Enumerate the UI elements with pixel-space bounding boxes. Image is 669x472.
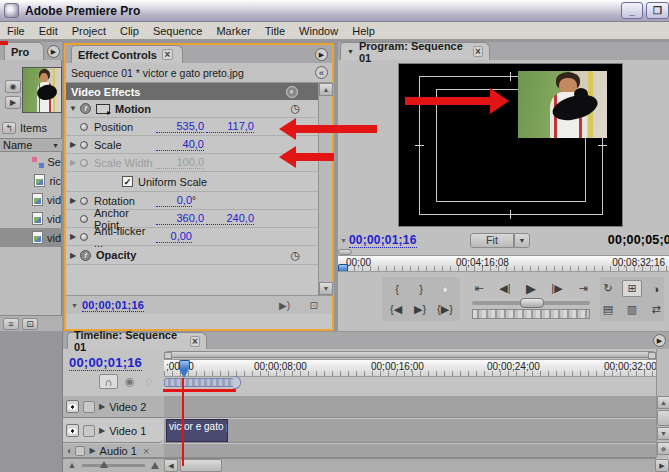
uniform-scale-checkbox[interactable]: ✓ [122,176,133,187]
anti-flicker-value[interactable]: 0,00 [156,230,192,243]
anchor-x-value[interactable]: 360,0 [156,212,204,225]
play-in-to-out-button[interactable]: {▶} [434,301,456,318]
play-audio-icon[interactable]: ▶) [279,300,290,311]
expand-closed-icon[interactable]: ▶ [66,140,80,149]
toggle-effects-icon[interactable]: ⊡ [310,300,318,311]
menu-clip[interactable]: Clip [113,22,146,40]
close-icon[interactable]: × [162,49,173,60]
effect-controls-timecode[interactable]: 00;00;01;16 [82,299,144,312]
work-area-bar[interactable] [164,378,236,387]
effect-toggle-icon[interactable]: f [80,103,91,114]
stopwatch-icon[interactable]: ◷ [290,249,300,262]
tab-program[interactable]: ▼ Program: Sequence 01 × [340,42,490,60]
lift-button[interactable]: ▤ [598,301,618,318]
stopwatch-icon[interactable]: ◷ [290,102,300,115]
set-unnumbered-marker-button[interactable]: ♦ [146,375,152,387]
show-hide-effects-icon[interactable]: « [315,66,328,79]
effect-controls-scrollbar[interactable]: ▲ ▼ [318,83,332,295]
minimize-button[interactable]: _ [621,2,643,19]
keyframe-display-icon[interactable]: × [143,445,149,457]
tab-timeline[interactable]: Timeline: Sequence 01 × [67,332,207,349]
project-row-clip[interactable]: ric [0,171,62,190]
keyframe-toggle-icon[interactable] [80,197,88,205]
effect-row-opacity[interactable]: ▶ f Opacity ◷ [66,246,318,265]
timeline-clip-victor-e-gato[interactable]: victor e gato p [166,419,228,442]
step-back-button[interactable]: ◀| [495,280,515,297]
set-encore-chapter-marker-button[interactable]: ◉ [125,375,135,388]
effect-controls-panel-menu-icon[interactable]: ▶ [315,48,328,61]
video2-track-area[interactable] [164,396,656,418]
audio1-track-header[interactable]: ◖ ▶ Audio 1 × [63,444,164,458]
track-height-toggle-icon[interactable]: ◆ [657,442,669,455]
preview-play-button[interactable]: ▶ [5,96,21,109]
timeline-playhead[interactable] [179,360,190,369]
keyframe-toggle-icon[interactable] [80,141,88,149]
speaker-icon[interactable]: ◖ [66,446,71,456]
close-icon[interactable]: × [190,336,200,347]
menu-edit[interactable]: Edit [32,22,65,40]
h-scrollbar-thumb[interactable] [180,459,222,472]
track-lock-box[interactable] [83,425,95,437]
keyframe-toggle-icon[interactable] [80,123,88,131]
expand-track-icon[interactable]: ▶ [89,446,95,455]
export-frame-button[interactable]: ⇄ [646,301,666,318]
menu-window[interactable]: Window [292,22,345,40]
position-y-value[interactable]: 117,0 [206,120,254,133]
menu-help[interactable]: Help [345,22,382,40]
tab-effect-controls[interactable]: Effect Controls × [71,45,183,63]
play-button[interactable]: ▶ [521,280,541,297]
menu-title[interactable]: Title [258,22,292,40]
scroll-up-icon[interactable]: ▲ [319,83,333,96]
expand-track-icon[interactable]: ▶ [99,402,105,411]
scale-value[interactable]: 40,0 [156,138,204,151]
track-lock-box[interactable] [75,446,85,456]
goto-out-point-button[interactable]: ▶} [410,301,430,318]
jog-wheel[interactable] [472,309,590,319]
icon-view-button[interactable]: ⊡ [22,318,38,330]
program-video-area[interactable] [398,63,623,227]
zoom-level-select[interactable]: Fit [470,233,514,248]
timeline-ruler[interactable]: ;00;00 00;00;08;00 00;00;16;00 00;00;24;… [164,359,656,377]
collapse-section-icon[interactable]: « [286,86,298,98]
project-panel-menu-icon[interactable]: ▶ [47,45,60,58]
keyframe-toggle-icon[interactable] [80,215,88,223]
toggle-track-output-icon[interactable] [66,424,79,437]
timeline-zoom-slider[interactable] [82,464,145,467]
snap-toggle-button[interactable]: ∩ [99,374,118,389]
track-lock-box[interactable] [83,401,95,413]
zoom-dropdown-icon[interactable]: ▼ [514,233,530,248]
video2-track-header[interactable]: ▶ Video 2 [63,396,164,418]
extract-button[interactable]: ▥ [622,301,642,318]
zoom-in-button[interactable] [151,462,159,469]
anchor-y-value[interactable]: 240,0 [206,212,254,225]
rotation-value[interactable]: 0,0 [156,194,192,207]
list-view-button[interactable]: ≡ [3,318,19,330]
parent-bin-icon[interactable]: ↰ [2,122,16,134]
scroll-up-icon[interactable]: ▲ [657,396,669,409]
safe-margins-button[interactable]: ⊞ [622,280,642,297]
tab-project[interactable]: Pro [4,42,44,60]
scroll-down-icon[interactable]: ▼ [657,427,669,440]
scroll-right-icon[interactable]: ▶ [655,459,669,472]
timeline-current-timecode[interactable]: 00;00;01;16 [69,355,142,371]
goto-previous-edit-button[interactable]: ⇤ [469,280,489,297]
expand-closed-icon[interactable]: ▶ [66,232,80,241]
timeline-panel-menu-icon[interactable]: ▶ [653,334,666,347]
step-forward-button[interactable]: |▶ [547,280,567,297]
collapse-timeline-view-icon[interactable]: ▼ [71,302,78,309]
expand-track-icon[interactable]: ▶ [99,426,105,435]
loop-button[interactable]: ↻ [598,280,618,297]
clip-image-victor-e-gato[interactable] [518,71,607,138]
goto-in-point-button[interactable]: {◀ [386,301,406,318]
project-row-clip[interactable]: vid [0,209,62,228]
menu-project[interactable]: Project [65,22,113,40]
expand-open-icon[interactable]: ▼ [66,104,80,113]
scroll-down-icon[interactable]: ▼ [319,282,333,295]
name-column-header[interactable]: Name ▼ [0,138,62,152]
shuttle-slider[interactable] [472,301,590,305]
goto-next-edit-button[interactable]: ⇥ [573,280,593,297]
timeline-viewing-area-bar[interactable] [164,351,656,358]
video1-track-area[interactable]: victor e gato p [164,419,656,443]
output-button[interactable]: ◑ [646,280,666,297]
toggle-track-output-icon[interactable] [66,400,79,413]
